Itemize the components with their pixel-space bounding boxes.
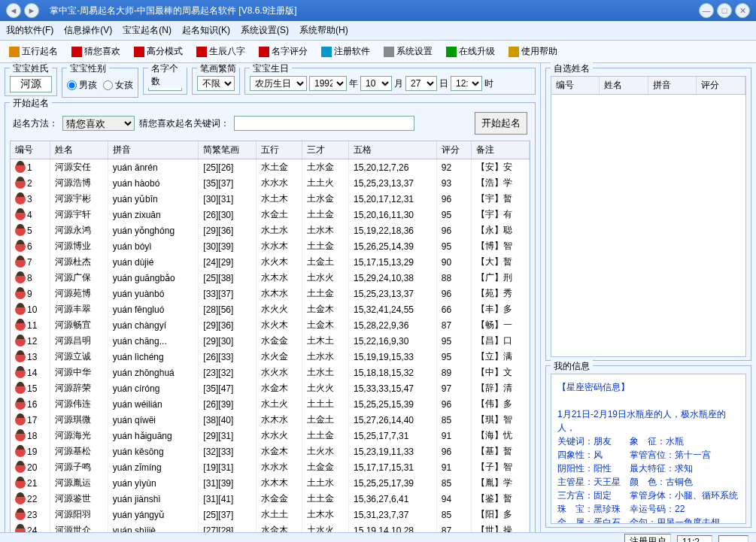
- table-row[interactable]: 21河源胤运yuán yìyùn[31][39]水木木土土水15,25,25,1…: [11, 475, 530, 491]
- face-icon: [15, 241, 26, 252]
- menu-item[interactable]: 我的软件(F): [6, 24, 53, 37]
- keyword-label: 猜您喜欢起名关键词：: [139, 117, 229, 130]
- column-header[interactable]: 拼音: [108, 141, 199, 159]
- radio-male[interactable]: 男孩: [67, 79, 97, 92]
- gender-label: 宝宝性别: [67, 63, 109, 75]
- tool-icon: [134, 47, 144, 57]
- column-header[interactable]: 备注: [472, 141, 530, 159]
- nav-back-button[interactable]: ◄: [6, 3, 21, 18]
- table-row[interactable]: 12河源昌明yuán chāng...[29][30]水金金土木土15,22,1…: [11, 333, 530, 349]
- info-label: 我的信息: [551, 360, 593, 373]
- column-header[interactable]: 评分: [697, 77, 745, 95]
- table-row[interactable]: 5河源永鸿yuán yǒnghóng[29][36]水土水土水木15,19,22…: [11, 223, 530, 238]
- table-row[interactable]: 24河源世介yuán shìjiè[27][28]水金木土水火15,19,14,…: [11, 522, 530, 532]
- table-row[interactable]: 13河源立诚yuán lìchéng[26][33]水火金土水水15,19,19…: [11, 349, 530, 365]
- menu-item[interactable]: 宝宝起名(N): [123, 24, 172, 37]
- table-row[interactable]: 8河源广保yuán guāngbǎo[25][38]水木水土水火15,29,24…: [11, 270, 530, 286]
- calendar-select[interactable]: 农历生日: [250, 76, 307, 91]
- keyword-input[interactable]: [234, 116, 414, 131]
- table-row[interactable]: 7河源杜杰yuán dùjié[24][29]水火木土金土15,17,15,13…: [11, 254, 530, 270]
- toolbar-使用帮助[interactable]: 使用帮助: [506, 44, 560, 59]
- start-section: 开始起名 起名方法： 猜您喜欢 猜您喜欢起名关键词： 开始起名 编号姓名拼音简繁…: [5, 102, 536, 532]
- face-icon: [15, 289, 26, 299]
- column-header[interactable]: 姓名: [600, 77, 648, 95]
- face-icon: [15, 399, 26, 410]
- toolbar-生辰八字[interactable]: 生辰八字: [193, 44, 248, 59]
- stroke-select[interactable]: 不限: [197, 76, 235, 91]
- column-header[interactable]: 拼音: [648, 77, 697, 95]
- table-row[interactable]: 15河源辞荣yuán círóng[35][47]水金木土火火15,33,33,…: [11, 380, 530, 396]
- menu-item[interactable]: 系统帮助(H): [299, 24, 348, 37]
- tool-icon: [196, 47, 207, 57]
- menu-item[interactable]: 信息操作(V): [64, 24, 112, 37]
- method-select[interactable]: 猜您喜欢: [62, 116, 135, 131]
- nav-forward-button[interactable]: ►: [24, 3, 39, 18]
- toolbar-高分模式[interactable]: 高分模式: [131, 44, 186, 59]
- face-icon: [15, 226, 26, 236]
- table-row[interactable]: 10河源丰翠yuán fēngluó[28][56]水火火土金木15,32,41…: [11, 301, 530, 317]
- face-icon: [15, 462, 26, 473]
- table-row[interactable]: 19河源基松yuán kěsōng[32][33]水金木土火水15,23,19,…: [11, 444, 530, 459]
- menu-item[interactable]: 起名知识(K): [182, 24, 230, 37]
- table-row[interactable]: 22河源鉴世yuán jiànshì[31][41]水金金土土金15,36,27…: [11, 491, 530, 507]
- column-header[interactable]: 简繁笔画: [199, 141, 257, 159]
- tool-icon: [446, 47, 457, 57]
- month-select[interactable]: 10: [360, 76, 392, 91]
- radio-female[interactable]: 女孩: [103, 79, 133, 92]
- info-panel: 我的信息 【星座密码信息】 1月21日-2月19日水瓶座的人，极水瓶座的人， 关…: [545, 365, 751, 528]
- column-header[interactable]: 评分: [436, 141, 471, 159]
- statusbar: 注册用户 11:2...: [0, 532, 756, 542]
- menu-item[interactable]: 系统设置(S): [241, 24, 289, 37]
- table-row[interactable]: 18河源海光yuán hǎiguāng[29][31]水水火土土金15,25,1…: [11, 428, 530, 444]
- table-row[interactable]: 3河源宇彬yuán yǔbīn[30][31]水土木土水金15,20,17,12…: [11, 191, 530, 207]
- face-icon: [15, 431, 26, 441]
- selected-names-table[interactable]: 编号姓名拼音评分: [551, 76, 746, 357]
- maximize-button[interactable]: □: [717, 3, 732, 18]
- tool-icon: [259, 47, 269, 57]
- table-row[interactable]: 16河源伟连yuán wéilián[26][39]水土火土土土15,25,25…: [11, 396, 530, 412]
- toolbar-系统设置[interactable]: 系统设置: [381, 44, 436, 59]
- face-icon: [15, 336, 26, 347]
- info-content: 【星座密码信息】 1月21日-2月19日水瓶座的人，极水瓶座的人， 关键词：朋友…: [551, 374, 746, 524]
- toolbar-在线升级[interactable]: 在线升级: [443, 44, 498, 59]
- table-row[interactable]: 2河源浩博yuán hàobó[35][37]水水水土土火15,25,23,13…: [11, 175, 530, 191]
- tool-icon: [71, 47, 82, 57]
- table-row[interactable]: 11河源畅宜yuán chàngyí[29][36]水火木土金木15,28,22…: [11, 317, 530, 333]
- birth-label: 宝宝生日: [250, 63, 292, 75]
- close-button[interactable]: ✕: [735, 3, 750, 18]
- face-icon: [15, 525, 26, 533]
- minimize-button[interactable]: —: [699, 3, 714, 18]
- gender-group: 宝宝性别 男孩 女孩: [62, 68, 138, 98]
- results-table[interactable]: 编号姓名拼音简繁笔画五行三才五格评分备注 1河源安任yuán ānrén[25]…: [10, 141, 530, 532]
- toolbar-注册软件[interactable]: 注册软件: [318, 44, 373, 59]
- column-header[interactable]: 五行: [256, 141, 302, 159]
- table-row[interactable]: 17河源琪微yuán qíwēi[38][40]水木水土金土15,27,26,1…: [11, 412, 530, 428]
- column-header[interactable]: 五格: [348, 141, 436, 159]
- day-select[interactable]: 27: [405, 76, 437, 91]
- column-header[interactable]: 编号: [551, 77, 600, 95]
- column-header[interactable]: 编号: [11, 141, 50, 159]
- table-row[interactable]: 1河源安任yuán ānrén[25][26]水土金土水金15,20,12,7,…: [11, 159, 530, 176]
- face-icon: [15, 478, 26, 489]
- column-header[interactable]: 姓名: [50, 141, 108, 159]
- hour-select[interactable]: 12:: [451, 76, 482, 91]
- table-row[interactable]: 6河源博业yuán bóyì[30][39]水水木土土金15,26,25,14,…: [11, 238, 530, 254]
- toolbar-五行起名[interactable]: 五行起名: [6, 44, 61, 59]
- surname-input[interactable]: [10, 76, 52, 92]
- table-row[interactable]: 4河源宇轩yuán zixuān[26][30]水金土土土金15,20,16,1…: [11, 207, 530, 223]
- face-icon: [15, 494, 26, 504]
- table-row[interactable]: 23河源阳羽yuán yángyǔ[25][37]水土土土木水15,31,23,…: [11, 507, 530, 522]
- column-header[interactable]: 三才: [302, 141, 349, 159]
- table-row[interactable]: 20河源子鸣yuán zǐmíng[19][31]水水水土金金15,17,17,…: [11, 459, 530, 475]
- stroke-group: 笔画繁简 不限: [192, 68, 240, 95]
- tool-icon: [509, 47, 519, 57]
- table-row[interactable]: 9河源苑博yuán yuànbó[33][37]水木水土土金15,25,23,1…: [11, 286, 530, 301]
- toolbar-名字评分[interactable]: 名字评分: [256, 44, 311, 59]
- face-icon: [15, 162, 26, 173]
- year-select[interactable]: 1992: [309, 76, 347, 91]
- surname-group: 宝宝姓氏: [5, 68, 57, 96]
- toolbar-猜您喜欢[interactable]: 猜您喜欢: [68, 44, 123, 59]
- table-row[interactable]: 14河源中华yuán zhōnghuá[23][32]水火水土水土15,18,1…: [11, 365, 530, 380]
- start-button[interactable]: 开始起名: [475, 112, 527, 135]
- face-icon: [15, 510, 26, 520]
